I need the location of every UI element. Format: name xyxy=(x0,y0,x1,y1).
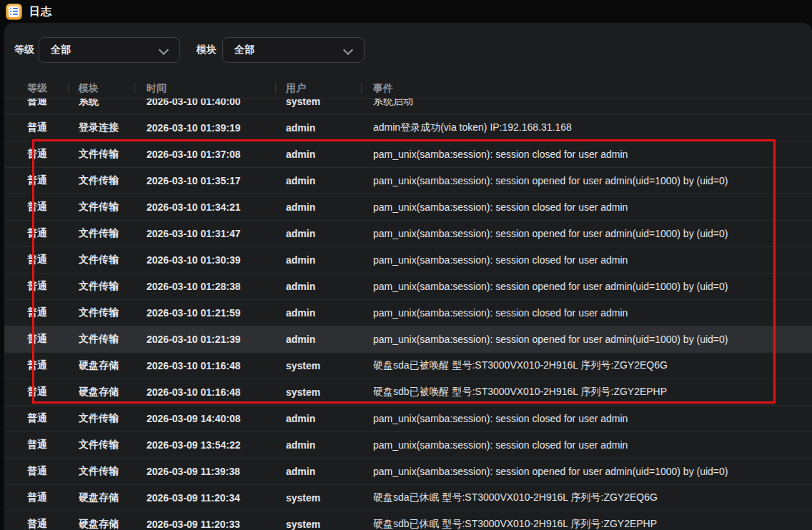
cell-event: pam_unix(samba:session): session opened … xyxy=(373,175,812,186)
cell-module: 文件传输 xyxy=(79,148,147,161)
cell-event: pam_unix(samba:session): session closed … xyxy=(373,254,812,266)
table-row[interactable]: 普通 文件传输 2026-03-09 11:39:38 admin pam_un… xyxy=(4,459,812,485)
cell-time: 2026-03-10 01:21:59 xyxy=(147,307,286,319)
cell-time: 2026-03-09 14:40:08 xyxy=(147,413,286,424)
table-row[interactable]: 普通 登录连接 2026-03-10 01:39:19 admin admin登… xyxy=(4,115,812,141)
cell-module: 文件传输 xyxy=(79,333,147,346)
table-row[interactable]: 普通 文件传输 2026-03-09 14:40:08 admin pam_un… xyxy=(4,406,812,432)
cell-module: 硬盘存储 xyxy=(79,359,147,372)
cell-event: pam_unix(samba:session): session closed … xyxy=(373,413,812,424)
cell-time: 2026-03-10 01:35:17 xyxy=(147,175,286,186)
titlebar: 日志 xyxy=(0,0,812,23)
table-row[interactable]: 普通 硬盘存储 2026-03-10 01:16:48 system 硬盘sda… xyxy=(4,353,812,379)
cell-level: 普通 xyxy=(27,280,79,293)
level-filter-value: 全部 xyxy=(51,44,71,56)
cell-level: 普通 xyxy=(27,174,79,187)
cell-time: 2026-03-10 01:30:39 xyxy=(147,254,286,266)
cell-level: 普通 xyxy=(27,227,79,240)
cell-event: 硬盘sda已休眠 型号:ST3000VX010-2H916L 序列号:ZGY2E… xyxy=(373,491,812,504)
cell-event: pam_unix(samba:session): session opened … xyxy=(373,334,812,345)
cell-time: 2026-03-09 11:20:33 xyxy=(147,519,286,530)
cell-level: 普通 xyxy=(27,465,79,478)
cell-level: 普通 xyxy=(27,412,79,425)
column-header-level: 等级 xyxy=(27,82,79,95)
table-row[interactable]: 普通 文件传输 2026-03-10 01:30:39 admin pam_un… xyxy=(4,247,812,274)
level-filter-label: 等级 xyxy=(14,37,34,63)
table-row[interactable]: 普通 文件传输 2026-03-10 01:35:17 admin pam_un… xyxy=(4,168,812,194)
cell-time: 2026-03-10 01:34:21 xyxy=(147,201,286,213)
cell-user: admin xyxy=(286,228,373,239)
cell-user: admin xyxy=(286,201,373,213)
module-filter-select[interactable]: 全部 xyxy=(222,37,365,63)
cell-event: pam_unix(samba:session): session closed … xyxy=(373,149,812,160)
header-divider xyxy=(134,83,135,94)
cell-user: system xyxy=(286,492,373,504)
module-filter-value: 全部 xyxy=(234,44,254,56)
cell-module: 文件传输 xyxy=(79,412,147,425)
table-row[interactable]: 普通 文件传输 2026-03-10 01:28:38 admin pam_un… xyxy=(4,274,812,300)
chevron-down-icon xyxy=(159,45,169,55)
cell-user: admin xyxy=(286,281,373,292)
cell-level: 普通 xyxy=(27,386,79,399)
log-table-body: 普通 系统 2026-03-10 01:40:00 system 系统启动 普通… xyxy=(4,99,812,530)
cell-event: admin登录成功(via token) IP:192.168.31.168 xyxy=(373,121,812,134)
cell-module: 文件传输 xyxy=(79,465,147,478)
header-divider xyxy=(68,83,69,94)
cell-time: 2026-03-09 13:54:22 xyxy=(147,439,286,451)
cell-user: admin xyxy=(286,466,373,477)
cell-module: 文件传输 xyxy=(79,227,147,240)
cell-level: 普通 xyxy=(27,148,79,161)
cell-time: 2026-03-10 01:16:48 xyxy=(147,360,286,371)
cell-module: 文件传输 xyxy=(79,439,147,451)
cell-level: 普通 xyxy=(27,491,79,504)
cell-event: 硬盘sdb已被唤醒 型号:ST3000VX010-2H916L 序列号:ZGY2… xyxy=(373,386,812,399)
cell-module: 硬盘存储 xyxy=(79,518,147,530)
cell-module: 硬盘存储 xyxy=(79,386,147,399)
cell-module: 文件传输 xyxy=(79,254,147,266)
level-filter-select[interactable]: 全部 xyxy=(39,37,180,63)
page-title: 日志 xyxy=(29,5,52,19)
log-panel: 等级 全部 模块 全部 等级 模块 时间 用户 事件 普通 系统 2026-03… xyxy=(4,23,812,530)
cell-time: 2026-03-09 11:39:38 xyxy=(147,466,286,477)
cell-module: 登录连接 xyxy=(79,121,147,134)
cell-event: pam_unix(samba:session): session opened … xyxy=(373,228,812,239)
cell-user: admin xyxy=(286,334,373,345)
cell-level: 普通 xyxy=(27,359,79,372)
list-icon xyxy=(9,6,19,17)
cell-level: 普通 xyxy=(27,121,79,134)
cell-event: pam_unix(samba:session): session opened … xyxy=(373,281,812,292)
cell-level: 普通 xyxy=(27,306,79,319)
table-row[interactable]: 普通 硬盘存储 2026-03-09 11:20:33 system 硬盘sdb… xyxy=(4,511,812,530)
cell-user: admin xyxy=(286,175,373,186)
cell-time: 2026-03-10 01:16:48 xyxy=(147,386,286,398)
cell-event: pam_unix(samba:session): session closed … xyxy=(373,307,812,319)
cell-event: 系统启动 xyxy=(373,99,812,108)
cell-time: 2026-03-10 01:21:39 xyxy=(147,334,286,345)
column-header-module: 模块 xyxy=(79,82,147,95)
cell-time: 2026-03-10 01:40:00 xyxy=(147,99,286,107)
table-row[interactable]: 普通 文件传输 2026-03-10 01:31:47 admin pam_un… xyxy=(4,221,812,247)
cell-user: admin xyxy=(286,149,373,160)
cell-module: 系统 xyxy=(79,99,147,108)
log-app-icon xyxy=(6,4,22,20)
table-row[interactable]: 普通 文件传输 2026-03-10 01:37:08 admin pam_un… xyxy=(4,141,812,168)
cell-user: admin xyxy=(286,413,373,424)
cell-user: system xyxy=(286,386,373,398)
table-row[interactable]: 普通 硬盘存储 2026-03-10 01:16:48 system 硬盘sdb… xyxy=(4,379,812,406)
table-row[interactable]: 普通 文件传输 2026-03-09 13:54:22 admin pam_un… xyxy=(4,432,812,459)
table-row[interactable]: 普通 文件传输 2026-03-10 01:34:21 admin pam_un… xyxy=(4,194,812,221)
table-row[interactable]: 普通 系统 2026-03-10 01:40:00 system 系统启动 xyxy=(4,99,812,115)
table-row[interactable]: 普通 硬盘存储 2026-03-09 11:20:34 system 硬盘sda… xyxy=(4,485,812,511)
table-row[interactable]: 普通 文件传输 2026-03-10 01:21:59 admin pam_un… xyxy=(4,300,812,326)
cell-module: 文件传输 xyxy=(79,280,147,293)
cell-module: 文件传输 xyxy=(79,306,147,319)
filter-bar: 等级 全部 模块 全部 xyxy=(4,37,812,63)
cell-event: pam_unix(samba:session): session closed … xyxy=(373,201,812,213)
header-divider xyxy=(275,83,276,94)
table-row[interactable]: 普通 文件传输 2026-03-10 01:21:39 admin pam_un… xyxy=(4,326,812,353)
cell-time: 2026-03-10 01:28:38 xyxy=(147,281,286,292)
cell-level: 普通 xyxy=(27,201,79,214)
cell-user: system xyxy=(286,99,373,107)
cell-level: 普通 xyxy=(27,518,79,530)
cell-user: system xyxy=(286,360,373,371)
